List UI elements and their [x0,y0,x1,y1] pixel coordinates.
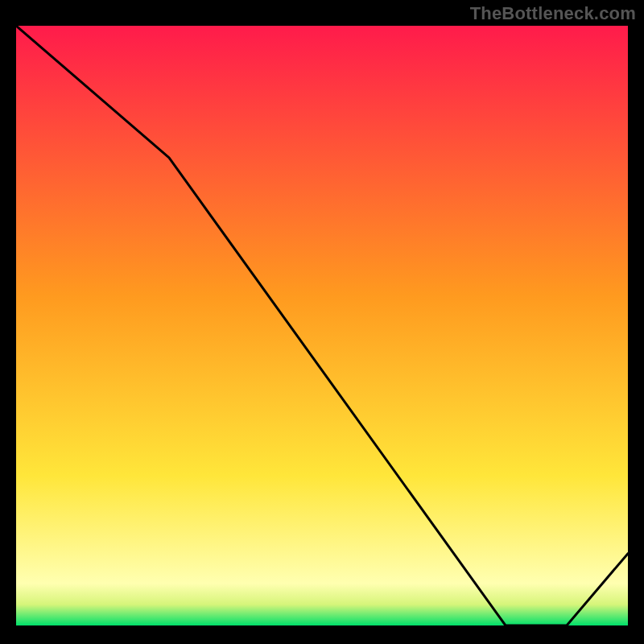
attribution-text: TheBottleneck.com [470,3,636,24]
bottleneck-plot [16,26,628,625]
chart-stage: TheBottleneck.com [0,0,644,644]
gradient-background [16,26,628,625]
